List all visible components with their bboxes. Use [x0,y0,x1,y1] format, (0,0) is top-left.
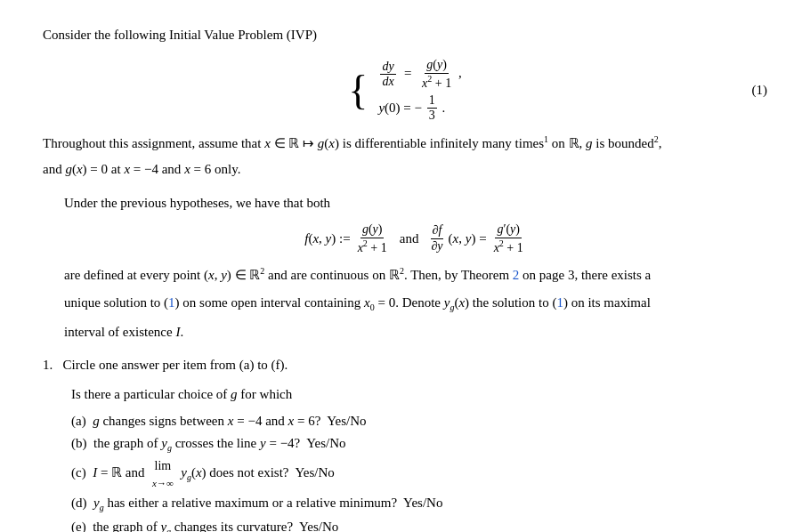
assumption-line-1: Throughout this assignment, assume that … [43,133,767,154]
question-a: (a) g changes signs between x = −4 and x… [71,411,767,431]
question-b: (b) the graph of yg crosses the line y =… [71,433,767,455]
question-header: 1. Circle one answer per item from (a) t… [43,355,767,375]
ivp-equation-block: { dy dx = g(y) x2 + 1 , y(0) = − 1 3 . (… [43,58,767,124]
question-d: (d) yg has either a relative maximum or … [71,493,767,515]
equation-number: (1) [752,81,768,101]
ivp-row-1: dy dx = g(y) x2 + 1 , [378,58,461,91]
question-e: (e) the graph of yg changes its curvatur… [71,517,767,532]
defined-text: are defined at every point (x, y) ∈ ℝ2 a… [64,264,767,286]
hypotheses-intro: Under the previous hypotheses, we have t… [64,193,767,214]
assumption-line-2: and g(x) = 0 at x = −4 and x = 6 only. [43,159,767,180]
intro-text: Consider the following Initial Value Pro… [43,25,767,45]
question-sub-header: Is there a particular choice of g for wh… [71,384,767,405]
question-c: (c) I = ℝ and lim x→∞ yg(x) does not exi… [71,456,767,491]
brace-open: { [348,70,368,111]
ivp-row-2: y(0) = − 1 3 . [378,93,445,125]
defined-text-3: interval of existence I. [64,322,767,343]
formula-block: f(x, y) := g(y) x2 + 1 and ∂f ∂y (x, y) … [64,222,767,255]
defined-text-2: unique solution to (1) on some open inte… [64,293,767,315]
question-block: 1. Circle one answer per item from (a) t… [43,355,767,532]
